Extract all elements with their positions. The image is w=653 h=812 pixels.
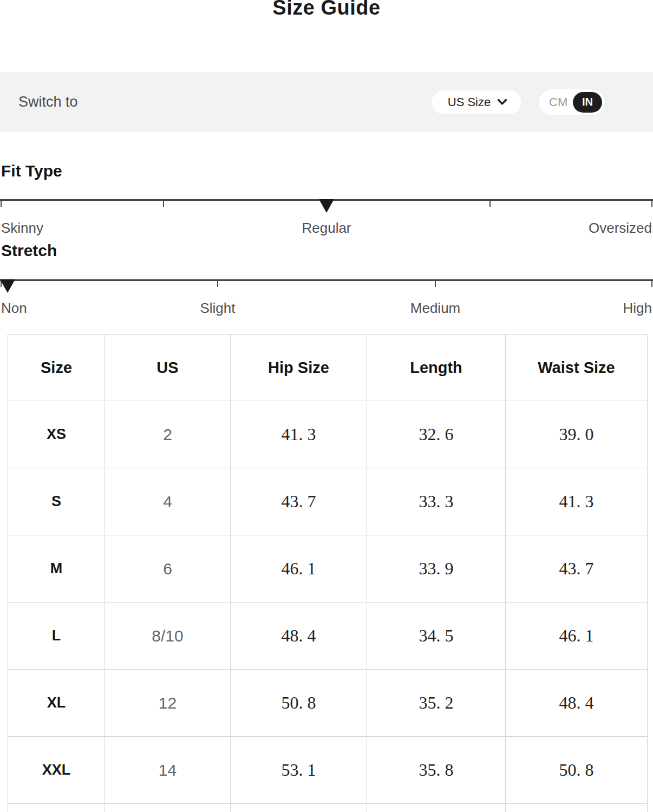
fit-type-heading: Fit Type <box>1 162 62 180</box>
unit-option-in[interactable]: IN <box>573 92 602 113</box>
hip-size-cell: 41. 3 <box>231 401 367 468</box>
length-cell: 32. 6 <box>367 401 506 468</box>
track-tick <box>217 279 218 287</box>
fit-type-label-regular: Regular <box>302 220 351 237</box>
empty-cell <box>367 804 506 812</box>
stretch-label-non: Non <box>1 300 27 317</box>
toolbar-controls: US Size CM IN <box>431 89 605 116</box>
fit-type-label-skinny: Skinny <box>1 220 43 237</box>
column-header-hip-size: Hip Size <box>231 335 367 401</box>
track-tick <box>435 279 436 287</box>
page-title: Size Guide <box>0 0 653 19</box>
size-table-body: XS241. 332. 639. 0S443. 733. 341. 3M646.… <box>8 401 648 812</box>
hip-size-cell: 50. 8 <box>231 670 367 737</box>
size-system-selected-value: US Size <box>448 95 491 109</box>
us-cell: 12 <box>105 670 231 737</box>
length-cell: 35. 2 <box>367 670 506 737</box>
waist-size-cell: 41. 3 <box>506 468 648 535</box>
waist-size-cell: 48. 4 <box>506 670 648 737</box>
hip-size-cell: 53. 1 <box>231 737 367 804</box>
size-table: SizeUSHip SizeLengthWaist Size XS241. 33… <box>8 334 648 812</box>
track-tick <box>651 199 652 207</box>
column-header-size: Size <box>8 335 105 401</box>
length-cell: 34. 5 <box>367 603 506 670</box>
waist-size-cell: 39. 0 <box>506 401 648 468</box>
track-tick <box>163 199 164 207</box>
length-cell: 35. 8 <box>367 737 506 804</box>
waist-size-cell: 46. 1 <box>506 603 648 670</box>
stretch-label-slight: Slight <box>200 300 235 317</box>
hip-size-cell: 48. 4 <box>231 603 367 670</box>
column-header-us: US <box>105 335 231 401</box>
hip-size-cell: 43. 7 <box>231 468 367 535</box>
toolbar: Switch to US Size CM IN <box>0 72 653 132</box>
size-cell: XXL <box>8 737 105 804</box>
size-cell: XS <box>8 401 105 468</box>
length-cell: 33. 3 <box>367 468 506 535</box>
stretch-marker-icon <box>0 279 15 293</box>
stretch-slider: NonSlightMediumHigh <box>0 279 653 322</box>
table-row: S443. 733. 341. 3 <box>8 468 648 535</box>
switch-to-label: Switch to <box>18 94 78 110</box>
size-table-container: SizeUSHip SizeLengthWaist Size XS241. 33… <box>8 334 647 812</box>
fit-type-slider: SkinnyRegularOversized <box>0 199 653 241</box>
empty-cell <box>105 804 231 812</box>
empty-cell <box>506 804 648 812</box>
table-row-partial <box>8 804 648 812</box>
waist-size-cell: 50. 8 <box>506 737 648 804</box>
size-cell: L <box>8 603 105 670</box>
empty-cell <box>8 804 105 812</box>
us-cell: 4 <box>105 468 231 535</box>
fit-type-marker-icon <box>319 199 334 213</box>
us-cell: 2 <box>105 401 231 468</box>
unit-toggle[interactable]: CM IN <box>538 89 605 116</box>
size-cell: S <box>8 468 105 535</box>
column-header-waist-size: Waist Size <box>506 335 648 401</box>
track-tick <box>1 199 2 207</box>
size-system-dropdown[interactable]: US Size <box>431 90 522 115</box>
size-cell: M <box>8 535 105 603</box>
size-guide-page: Size Guide Switch to US Size CM IN Fit T… <box>0 0 653 812</box>
unit-option-cm[interactable]: CM <box>549 95 567 109</box>
hip-size-cell: 46. 1 <box>231 535 367 603</box>
size-table-header: SizeUSHip SizeLengthWaist Size <box>8 335 648 401</box>
track-tick <box>489 199 491 207</box>
table-row: L8/1048. 434. 546. 1 <box>8 603 648 670</box>
stretch-label-high: High <box>623 300 652 317</box>
column-header-length: Length <box>367 335 506 401</box>
track-tick <box>651 279 652 287</box>
stretch-label-medium: Medium <box>410 300 460 317</box>
size-cell: XL <box>8 670 105 737</box>
header-row: SizeUSHip SizeLengthWaist Size <box>8 335 648 401</box>
us-cell: 6 <box>105 535 231 603</box>
table-row: XXL1453. 135. 850. 8 <box>8 737 648 804</box>
table-row: XS241. 332. 639. 0 <box>8 401 648 468</box>
us-cell: 8/10 <box>105 603 231 670</box>
fit-type-label-oversized: Oversized <box>589 220 652 237</box>
chevron-down-icon <box>497 99 507 106</box>
waist-size-cell: 43. 7 <box>506 535 648 603</box>
stretch-heading: Stretch <box>1 241 57 260</box>
table-row: M646. 133. 943. 7 <box>8 535 648 603</box>
stretch-track <box>0 279 653 281</box>
table-row: XL1250. 835. 248. 4 <box>8 670 648 737</box>
length-cell: 33. 9 <box>367 535 506 603</box>
empty-cell <box>231 804 367 812</box>
us-cell: 14 <box>105 737 231 804</box>
